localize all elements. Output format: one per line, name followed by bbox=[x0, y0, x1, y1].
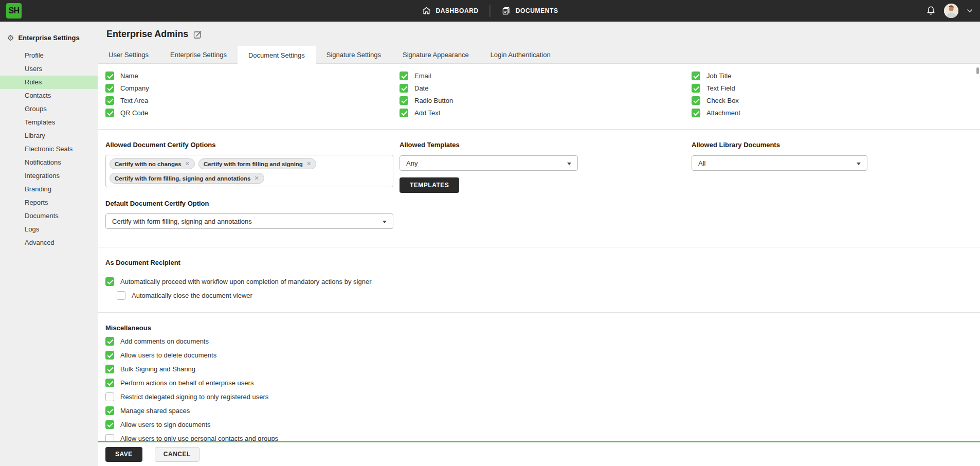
sidebar-item-profile[interactable]: Profile bbox=[0, 49, 98, 62]
checkbox-bulk-signing[interactable]: Bulk Signing and Sharing bbox=[105, 365, 980, 373]
chip-certify-no-changes[interactable]: Certify with no changes✕ bbox=[110, 158, 195, 169]
checkbox-icon[interactable] bbox=[105, 434, 114, 441]
sidebar-item-branding[interactable]: Branding bbox=[0, 183, 98, 196]
caret-down-icon bbox=[567, 163, 571, 165]
nav-dashboard[interactable]: DASHBOARD bbox=[422, 6, 478, 15]
checkbox-icon[interactable] bbox=[105, 84, 114, 93]
caret-down-icon bbox=[383, 221, 387, 223]
allowed-library-dropdown[interactable]: All bbox=[692, 155, 867, 171]
tab-enterprise-settings[interactable]: Enterprise Settings bbox=[159, 46, 238, 63]
checkbox-icon[interactable] bbox=[692, 96, 700, 105]
default-certify-heading: Default Document Certify Option bbox=[105, 200, 400, 207]
sidebar-item-documents[interactable]: Documents bbox=[0, 209, 98, 223]
allowed-templates-dropdown[interactable]: Any bbox=[400, 155, 578, 171]
checkbox-label: Job Title bbox=[706, 72, 731, 80]
checkbox-name[interactable]: Name bbox=[105, 69, 400, 82]
checkbox-sign-documents[interactable]: Allow users to sign documents bbox=[105, 420, 980, 429]
sidebar-item-groups[interactable]: Groups bbox=[0, 102, 98, 116]
tab-user-settings[interactable]: User Settings bbox=[98, 46, 159, 63]
chip-certify-form-filling-signing-annotations[interactable]: Certify with form filling, signing and a… bbox=[110, 173, 264, 184]
save-button[interactable]: SAVE bbox=[105, 447, 142, 462]
default-certify-dropdown[interactable]: Certify with form filling, signing and a… bbox=[105, 213, 393, 229]
allowed-templates-heading: Allowed Templates bbox=[400, 141, 692, 149]
checkbox-qr-code[interactable]: QR Code bbox=[105, 106, 400, 119]
chip-remove-icon[interactable]: ✕ bbox=[255, 175, 259, 182]
checkbox-auto-proceed-workflow[interactable]: Automatically proceed with workflow upon… bbox=[105, 277, 980, 286]
topbar-right bbox=[926, 0, 973, 22]
checkbox-icon[interactable] bbox=[692, 84, 700, 93]
checkbox-icon[interactable] bbox=[105, 420, 114, 429]
edit-title-icon[interactable] bbox=[193, 30, 202, 39]
brand-logo[interactable]: SH bbox=[6, 3, 22, 19]
sidebar-item-roles[interactable]: Roles bbox=[0, 76, 98, 89]
sidebar-item-integrations[interactable]: Integrations bbox=[0, 169, 98, 183]
checkbox-radio-button[interactable]: Radio Button bbox=[400, 94, 692, 106]
checkbox-icon[interactable] bbox=[400, 96, 408, 105]
tab-signature-settings[interactable]: Signature Settings bbox=[316, 46, 392, 63]
checkbox-add-text[interactable]: Add Text bbox=[400, 106, 692, 119]
checkbox-restrict-delegated-signing[interactable]: Restrict delegated signing to only regis… bbox=[105, 392, 980, 401]
checkbox-label: Email bbox=[414, 72, 431, 80]
allowed-library-value: All bbox=[698, 159, 705, 167]
chip-label: Certify with form filling and signing bbox=[204, 161, 303, 167]
tab-document-settings[interactable]: Document Settings bbox=[238, 46, 316, 64]
checkbox-icon[interactable] bbox=[105, 406, 114, 415]
checkbox-icon[interactable] bbox=[105, 96, 114, 105]
checkbox-icon[interactable] bbox=[400, 109, 408, 117]
checkbox-add-comments[interactable]: Add comments on documents bbox=[105, 337, 980, 346]
notifications-bell-icon[interactable] bbox=[926, 6, 936, 16]
chip-certify-form-filling-signing[interactable]: Certify with form filling and signing✕ bbox=[198, 158, 316, 169]
certify-options-chipbox[interactable]: Certify with no changes✕ Certify with fo… bbox=[105, 155, 393, 187]
checkbox-perform-actions-behalf[interactable]: Perform actions on behalf of enterprise … bbox=[105, 379, 980, 387]
vertical-scrollbar-thumb[interactable] bbox=[976, 67, 979, 74]
chip-remove-icon[interactable]: ✕ bbox=[306, 160, 311, 167]
checkbox-date[interactable]: Date bbox=[400, 82, 692, 94]
sidebar-item-electronic-seals[interactable]: Electronic Seals bbox=[0, 142, 98, 156]
documents-icon bbox=[502, 6, 511, 15]
nav-documents[interactable]: DOCUMENTS bbox=[502, 6, 558, 15]
checkbox-email[interactable]: Email bbox=[400, 69, 692, 82]
cancel-button[interactable]: CANCEL bbox=[155, 447, 199, 462]
sidebar-item-contacts[interactable]: Contacts bbox=[0, 89, 98, 102]
checkbox-attachment[interactable]: Attachment bbox=[692, 106, 980, 119]
checkbox-icon[interactable] bbox=[105, 277, 114, 286]
user-avatar[interactable] bbox=[944, 4, 958, 18]
checkbox-manage-shared-spaces[interactable]: Manage shared spaces bbox=[105, 406, 980, 415]
sidebar-item-advanced[interactable]: Advanced bbox=[0, 236, 98, 249]
checkbox-icon[interactable] bbox=[105, 365, 114, 373]
checkbox-auto-close-viewer[interactable]: Automatically close the document viewer bbox=[117, 291, 980, 300]
tab-login-authentication[interactable]: Login Authentication bbox=[480, 46, 561, 63]
sidebar-item-users[interactable]: Users bbox=[0, 62, 98, 76]
checkbox-delete-documents[interactable]: Allow users to delete documents bbox=[105, 351, 980, 360]
field-options-grid: Name Company Text Area QR Code Email Dat… bbox=[98, 64, 980, 119]
checkbox-company[interactable]: Company bbox=[105, 82, 400, 94]
checkbox-icon[interactable] bbox=[105, 392, 114, 401]
checkbox-icon[interactable] bbox=[692, 109, 700, 117]
account-chevron-down-icon[interactable] bbox=[967, 9, 973, 13]
checkbox-icon[interactable] bbox=[105, 379, 114, 387]
chip-remove-icon[interactable]: ✕ bbox=[185, 160, 190, 167]
templates-button[interactable]: TEMPLATES bbox=[400, 177, 459, 193]
checkbox-icon[interactable] bbox=[117, 291, 125, 300]
checkbox-label: Restrict delegated signing to only regis… bbox=[120, 393, 268, 401]
checkbox-icon[interactable] bbox=[400, 71, 408, 80]
checkbox-text-area[interactable]: Text Area bbox=[105, 94, 400, 106]
sidebar-item-reports[interactable]: Reports bbox=[0, 196, 98, 209]
tab-signature-appearance[interactable]: Signature Appearance bbox=[392, 46, 480, 63]
checkbox-icon[interactable] bbox=[692, 71, 700, 80]
checkbox-icon[interactable] bbox=[400, 84, 408, 93]
sidebar-item-logs[interactable]: Logs bbox=[0, 223, 98, 236]
checkbox-personal-contacts-only[interactable]: Allow users to only use personal contact… bbox=[105, 434, 980, 441]
sidebar-item-library[interactable]: Library bbox=[0, 129, 98, 142]
checkbox-label: Allow users to only use personal contact… bbox=[120, 435, 278, 441]
sidebar-item-notifications[interactable]: Notifications bbox=[0, 156, 98, 169]
checkbox-icon[interactable] bbox=[105, 71, 114, 80]
checkbox-icon[interactable] bbox=[105, 337, 114, 346]
checkbox-label: Name bbox=[120, 72, 138, 80]
checkbox-icon[interactable] bbox=[105, 109, 114, 117]
checkbox-text-field[interactable]: Text Field bbox=[692, 82, 980, 94]
checkbox-icon[interactable] bbox=[105, 351, 114, 360]
sidebar-item-templates[interactable]: Templates bbox=[0, 116, 98, 129]
checkbox-check-box[interactable]: Check Box bbox=[692, 94, 980, 106]
checkbox-job-title[interactable]: Job Title bbox=[692, 69, 980, 82]
